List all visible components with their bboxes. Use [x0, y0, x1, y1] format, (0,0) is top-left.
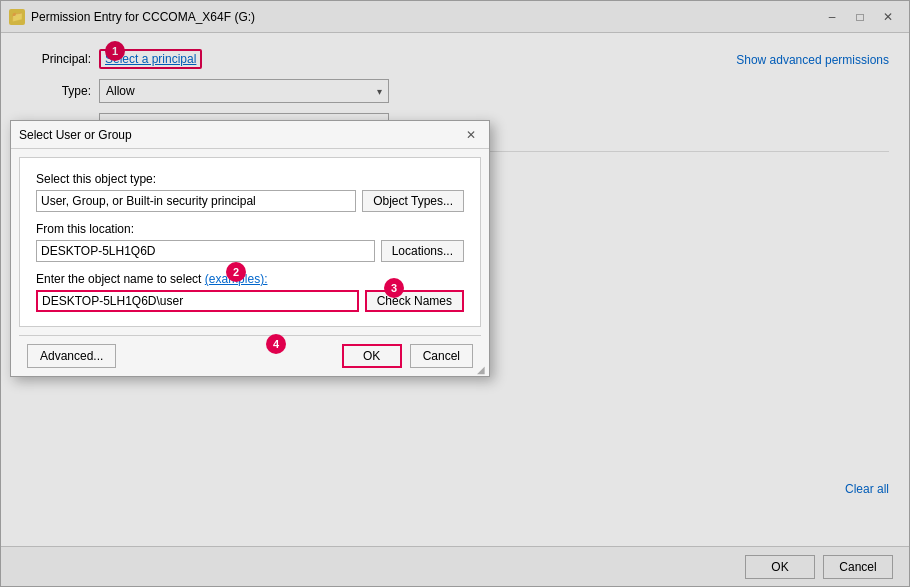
location-input[interactable]	[36, 240, 375, 262]
object-name-input[interactable]	[36, 290, 359, 312]
badge-2: 2	[226, 262, 246, 282]
modal-footer: Advanced... 4 OK Cancel	[11, 336, 489, 376]
resize-handle[interactable]: ◢	[477, 364, 489, 376]
object-type-label: Select this object type:	[36, 172, 464, 186]
check-names-button[interactable]: Check Names	[365, 290, 464, 312]
modal-title-bar: Select User or Group ✕	[11, 121, 489, 149]
modal-overlay: Select User or Group ✕ Select this objec…	[0, 0, 910, 587]
modal-title: Select User or Group	[19, 128, 461, 142]
locations-button[interactable]: Locations...	[381, 240, 464, 262]
object-type-row: Object Types...	[36, 190, 464, 212]
modal-footer-right: OK Cancel	[342, 344, 473, 368]
badge-3: 3	[384, 278, 404, 298]
modal-close-button[interactable]: ✕	[461, 126, 481, 144]
object-types-button[interactable]: Object Types...	[362, 190, 464, 212]
enter-object-section: Enter the object name to select (example…	[36, 272, 464, 312]
badge-4: 4	[266, 334, 286, 354]
modal-body: Select this object type: Object Types...…	[19, 157, 481, 327]
location-section: From this location: Locations...	[36, 222, 464, 262]
location-row: Locations...	[36, 240, 464, 262]
object-input-row: 3 Check Names	[36, 290, 464, 312]
object-type-section: Select this object type: Object Types...	[36, 172, 464, 212]
advanced-button[interactable]: Advanced...	[27, 344, 116, 368]
select-user-group-dialog: Select User or Group ✕ Select this objec…	[10, 120, 490, 377]
object-type-input[interactable]	[36, 190, 356, 212]
location-label: From this location:	[36, 222, 464, 236]
modal-cancel-button[interactable]: Cancel	[410, 344, 473, 368]
modal-ok-button[interactable]: OK	[342, 344, 402, 368]
